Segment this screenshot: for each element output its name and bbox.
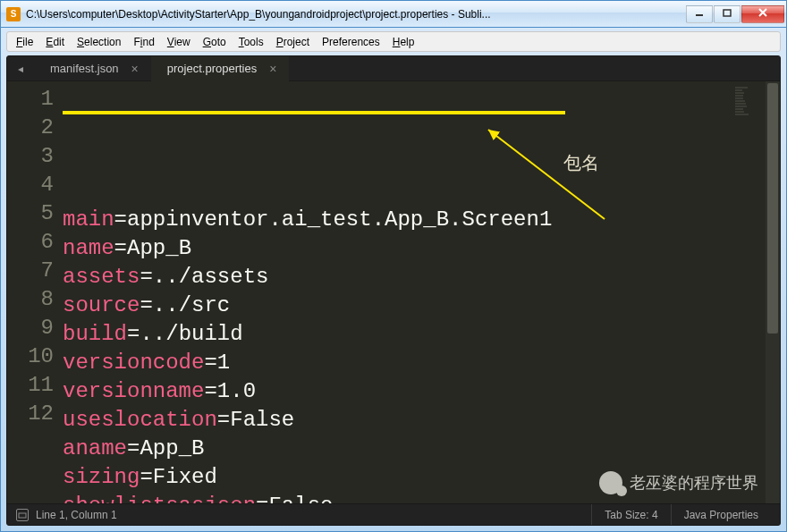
app-window: S C:\Users\computer\Desktop\ActivityStar… <box>0 0 787 532</box>
window-title: C:\Users\computer\Desktop\ActivityStarte… <box>26 8 686 21</box>
maximize-button[interactable] <box>714 5 740 23</box>
code-line[interactable]: main=appinventor.ai_test.App_B.Screen1 <box>63 206 733 234</box>
line-number: 3 <box>7 142 54 171</box>
vertical-scrollbar[interactable] <box>766 81 780 503</box>
statusbar: Line 1, Column 1 Tab Size: 4 Java Proper… <box>7 503 780 525</box>
minimap-line <box>735 89 742 91</box>
tab-project-properties[interactable]: project.properties× <box>151 56 290 81</box>
menu-project[interactable]: Project <box>271 34 315 50</box>
menu-selection[interactable]: Selection <box>72 34 126 50</box>
code-line[interactable]: source=../src <box>63 291 733 320</box>
menubar: FileEditSelectionFindViewGotoToolsProjec… <box>6 31 781 52</box>
minimap-line <box>735 114 749 115</box>
status-panel-icon[interactable] <box>16 509 29 521</box>
tab-size[interactable]: Tab Size: 4 <box>591 504 670 525</box>
tab-scroll-left-icon[interactable]: ◂ <box>7 63 34 75</box>
minimap-line <box>735 97 743 99</box>
syntax-mode[interactable]: Java Properties <box>671 504 771 525</box>
minimap[interactable] <box>733 81 766 503</box>
code-area[interactable]: 123456789101112 包名 main=appinventor.ai_t… <box>7 81 780 503</box>
minimap-line <box>735 111 744 113</box>
minimap-line <box>735 100 745 102</box>
titlebar[interactable]: S C:\Users\computer\Desktop\ActivityStar… <box>1 1 786 28</box>
tab-label: manifest.json <box>50 62 119 75</box>
minimap-line <box>735 106 747 107</box>
code-line[interactable]: versioncode=1 <box>63 349 733 377</box>
code-line[interactable]: useslocation=False <box>63 406 733 435</box>
tab-manifest-json[interactable]: manifest.json× <box>34 56 151 81</box>
svg-rect-0 <box>724 10 731 16</box>
line-number: 7 <box>7 257 54 285</box>
minimize-button[interactable] <box>686 5 713 23</box>
tab-close-icon[interactable]: × <box>131 62 139 76</box>
menu-edit[interactable]: Edit <box>40 34 70 50</box>
menu-view[interactable]: View <box>162 34 196 50</box>
line-number: 2 <box>7 114 54 142</box>
line-gutter: 123456789101112 <box>7 81 63 503</box>
code-line[interactable]: build=../build <box>63 320 733 349</box>
code-line[interactable]: aname=App_B <box>63 435 733 463</box>
code-text[interactable]: 包名 main=appinventor.ai_test.App_B.Screen… <box>63 81 733 503</box>
menu-tools[interactable]: Tools <box>233 34 269 50</box>
code-line[interactable]: showlistsasjson=False <box>63 492 733 503</box>
minimap-line <box>735 108 743 110</box>
line-number: 9 <box>7 314 54 342</box>
menu-help[interactable]: Help <box>387 34 420 50</box>
menu-preferences[interactable]: Preferences <box>317 34 385 50</box>
line-number: 6 <box>7 228 54 257</box>
editor: ◂ manifest.json×project.properties× 1234… <box>6 55 781 526</box>
code-line[interactable]: sizing=Fixed <box>63 463 733 492</box>
minimap-line <box>735 103 746 105</box>
line-number: 4 <box>7 171 54 199</box>
menu-file[interactable]: File <box>11 34 38 50</box>
minimap-line <box>735 95 743 97</box>
highlight-underline <box>63 111 565 114</box>
cursor-position: Line 1, Column 1 <box>36 509 117 521</box>
annotation-label: 包名 <box>563 151 599 175</box>
code-line[interactable]: assets=../assets <box>63 263 733 291</box>
minimap-line <box>735 92 744 94</box>
minimap-line <box>735 87 748 89</box>
tab-label: project.properties <box>167 62 257 75</box>
line-number: 12 <box>7 400 54 428</box>
line-number: 11 <box>7 371 54 400</box>
tabbar: ◂ manifest.json×project.properties× <box>7 56 780 81</box>
menu-find[interactable]: Find <box>128 34 159 50</box>
tab-close-icon[interactable]: × <box>269 62 276 76</box>
line-number: 10 <box>7 342 54 371</box>
line-number: 1 <box>7 85 54 114</box>
code-line[interactable]: name=App_B <box>63 234 733 263</box>
line-number: 5 <box>7 199 54 228</box>
line-number: 8 <box>7 285 54 314</box>
app-icon: S <box>6 7 21 21</box>
scroll-thumb[interactable] <box>767 83 778 334</box>
svg-rect-2 <box>19 513 26 518</box>
code-line[interactable]: versionname=1.0 <box>63 377 733 406</box>
close-button[interactable] <box>741 5 784 23</box>
menu-goto[interactable]: Goto <box>198 34 232 50</box>
